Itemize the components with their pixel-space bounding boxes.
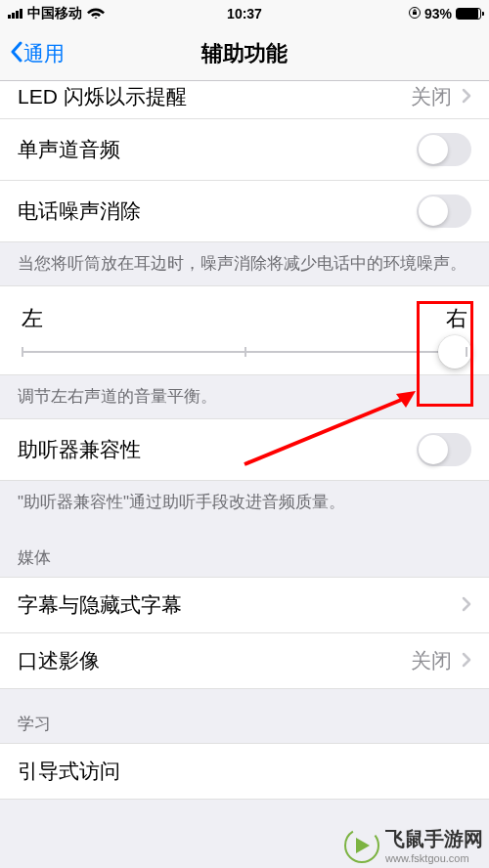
status-time: 10:37 [227, 6, 262, 22]
balance-footer: 调节左右声道的音量平衡。 [0, 375, 489, 418]
led-flash-label: LED 闪烁以示提醒 [18, 83, 187, 110]
noise-cancel-footer: 当您将听筒放在耳边时，噪声消除将减少电话中的环境噪声。 [0, 242, 489, 285]
mono-audio-row: 单声道音频 [0, 119, 489, 181]
back-button[interactable]: 通用 [10, 40, 65, 67]
status-bar: 中国移动 10:37 93% [0, 0, 489, 27]
status-right: 93% [409, 6, 481, 22]
led-flash-row[interactable]: LED 闪烁以示提醒 关闭 [0, 81, 489, 119]
navigation-bar: 通用 辅助功能 [0, 27, 489, 81]
content: LED 闪烁以示提醒 关闭 单声道音频 电话噪声消除 当您将听筒放在耳边时，噪声… [0, 81, 489, 868]
guided-access-label: 引导式访问 [18, 758, 120, 785]
watermark-logo-icon [344, 828, 379, 863]
watermark-url: www.fsktgou.com [385, 852, 483, 864]
balance-right-label: 右 [446, 304, 467, 333]
hearing-aid-label: 助听器兼容性 [18, 436, 141, 463]
wifi-icon [87, 6, 105, 22]
noise-cancel-row: 电话噪声消除 [0, 181, 489, 242]
back-label: 通用 [23, 40, 65, 67]
guided-access-row[interactable]: 引导式访问 [0, 743, 489, 800]
slider-thumb[interactable] [438, 335, 471, 369]
chevron-right-icon [462, 593, 471, 617]
chevron-left-icon [10, 41, 23, 67]
subtitles-row[interactable]: 字幕与隐藏式字幕 [0, 577, 489, 633]
status-left: 中国移动 [8, 5, 105, 22]
mono-audio-label: 单声道音频 [18, 136, 120, 163]
hearing-aid-toggle[interactable] [417, 433, 471, 466]
balance-slider[interactable] [22, 351, 467, 353]
audio-desc-row[interactable]: 口述影像 关闭 [0, 633, 489, 689]
chevron-right-icon [462, 649, 471, 673]
chevron-right-icon [462, 85, 471, 108]
page-title: 辅助功能 [201, 39, 288, 68]
media-header: 媒体 [0, 523, 489, 577]
balance-section: 左 右 [0, 285, 489, 375]
battery-percent: 93% [424, 6, 452, 22]
balance-left-label: 左 [22, 304, 43, 333]
hearing-aid-footer: "助听器兼容性"通过助听手段改进音频质量。 [0, 481, 489, 524]
audio-desc-label: 口述影像 [18, 647, 100, 674]
mono-audio-toggle[interactable] [417, 133, 471, 166]
watermark: 飞鼠手游网 www.fsktgou.com [344, 826, 483, 864]
hearing-aid-row: 助听器兼容性 [0, 418, 489, 481]
lock-icon [409, 6, 421, 22]
subtitles-label: 字幕与隐藏式字幕 [18, 591, 182, 619]
watermark-title: 飞鼠手游网 [385, 828, 483, 849]
audio-desc-value: 关闭 [411, 647, 452, 674]
noise-cancel-label: 电话噪声消除 [18, 197, 141, 225]
signal-icon [8, 9, 22, 19]
learning-header: 学习 [0, 689, 489, 743]
led-flash-value: 关闭 [411, 83, 452, 110]
noise-cancel-toggle[interactable] [417, 195, 471, 228]
carrier-label: 中国移动 [27, 5, 82, 22]
battery-icon [456, 8, 481, 20]
